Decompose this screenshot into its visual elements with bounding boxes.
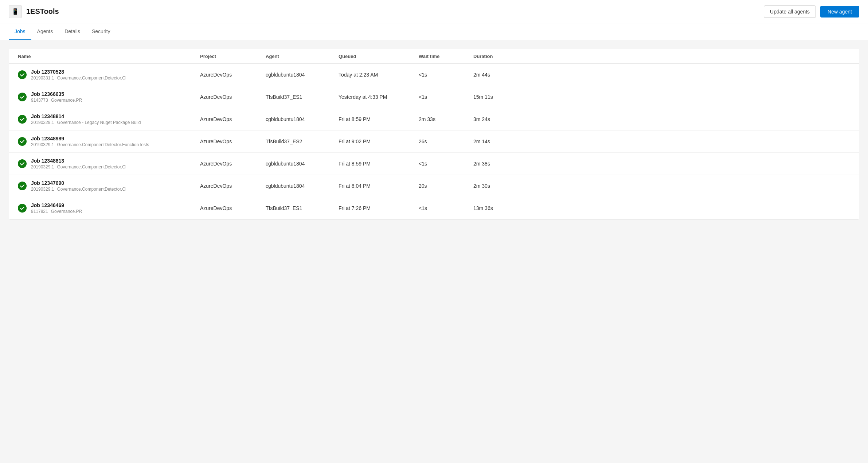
job-id: 20190329.1	[31, 120, 54, 125]
job-project: AzureDevOps	[200, 161, 266, 167]
job-duration: 2m 30s	[473, 183, 528, 189]
table-row[interactable]: Job 12370528 20190331.1 Governance.Compo…	[9, 64, 859, 86]
job-agent: cgbldubuntu1804	[266, 72, 339, 78]
nav-tabs: Jobs Agents Details Security	[0, 23, 868, 40]
job-pipeline: Governance.PR	[51, 209, 82, 214]
job-info: Job 12348989 20190329.1 Governance.Compo…	[31, 136, 149, 147]
job-duration: 3m 24s	[473, 116, 528, 122]
job-name: Job 12348814	[31, 113, 141, 119]
job-cell: Job 12348814 20190329.1 Governance - Leg…	[18, 113, 200, 125]
job-cell: Job 12347690 20190329.1 Governance.Compo…	[18, 180, 200, 192]
job-pipeline: Governance.PR	[51, 98, 82, 103]
job-agent: cgbldubuntu1804	[266, 116, 339, 122]
job-wait-time: 2m 33s	[419, 116, 473, 122]
job-name: Job 12370528	[31, 69, 126, 75]
job-id: 20190329.1	[31, 164, 54, 170]
job-project: AzureDevOps	[200, 72, 266, 78]
job-pipeline: Governance.ComponentDetector.FunctionTes…	[57, 142, 149, 147]
col-header-project: Project	[200, 54, 266, 59]
job-info: Job 12370528 20190331.1 Governance.Compo…	[31, 69, 126, 81]
job-cell: Job 12370528 20190331.1 Governance.Compo…	[18, 69, 200, 81]
col-header-name: Name	[18, 54, 200, 59]
app-header: 📱 1ESTools Update all agents New agent	[0, 0, 868, 23]
app-icon: 📱	[9, 5, 22, 18]
job-meta: 9143773 Governance.PR	[31, 98, 82, 103]
status-success-icon	[18, 115, 27, 124]
status-success-icon	[18, 159, 27, 168]
job-meta: 20190329.1 Governance.ComponentDetector.…	[31, 164, 126, 170]
table-row[interactable]: Job 12348989 20190329.1 Governance.Compo…	[9, 131, 859, 153]
job-agent: TfsBuild37_ES2	[266, 139, 339, 144]
job-pipeline: Governance.ComponentDetector.CI	[57, 75, 126, 81]
job-info: Job 12348813 20190329.1 Governance.Compo…	[31, 158, 126, 170]
tab-agents[interactable]: Agents	[31, 23, 59, 40]
job-duration: 2m 14s	[473, 139, 528, 144]
job-wait-time: 20s	[419, 183, 473, 189]
job-cell: Job 12348989 20190329.1 Governance.Compo…	[18, 136, 200, 147]
job-queued: Fri at 8:59 PM	[339, 161, 419, 167]
table-row[interactable]: Job 12348813 20190329.1 Governance.Compo…	[9, 153, 859, 175]
job-wait-time: <1s	[419, 161, 473, 167]
job-cell: Job 12366635 9143773 Governance.PR	[18, 91, 200, 103]
table-row[interactable]: Job 12366635 9143773 Governance.PR Azure…	[9, 86, 859, 108]
table-body: Job 12370528 20190331.1 Governance.Compo…	[9, 64, 859, 219]
job-agent: cgbldubuntu1804	[266, 161, 339, 167]
job-cell: Job 12346469 9117821 Governance.PR	[18, 202, 200, 214]
job-meta: 20190329.1 Governance.ComponentDetector.…	[31, 142, 149, 147]
job-cell: Job 12348813 20190329.1 Governance.Compo…	[18, 158, 200, 170]
job-id: 9143773	[31, 98, 48, 103]
job-queued: Yesterday at 4:33 PM	[339, 94, 419, 100]
header-actions: Update all agents New agent	[764, 5, 859, 18]
job-agent: cgbldubuntu1804	[266, 183, 339, 189]
job-wait-time: <1s	[419, 205, 473, 211]
job-duration: 2m 38s	[473, 161, 528, 167]
job-agent: TfsBuild37_ES1	[266, 205, 339, 211]
job-pipeline: Governance.ComponentDetector.CI	[57, 164, 126, 170]
main-content: Name Project Agent Queued Wait time Dura…	[0, 40, 868, 459]
job-info: Job 12348814 20190329.1 Governance - Leg…	[31, 113, 141, 125]
col-header-duration: Duration	[473, 54, 528, 59]
job-name: Job 12348813	[31, 158, 126, 164]
jobs-table: Name Project Agent Queued Wait time Dura…	[9, 49, 859, 219]
job-duration: 15m 11s	[473, 94, 528, 100]
job-pipeline: Governance.ComponentDetector.CI	[57, 187, 126, 192]
status-success-icon	[18, 70, 27, 79]
tab-details[interactable]: Details	[59, 23, 86, 40]
job-queued: Today at 2:23 AM	[339, 72, 419, 78]
app-title: 1ESTools	[26, 7, 59, 16]
job-meta: 20190331.1 Governance.ComponentDetector.…	[31, 75, 126, 81]
job-meta: 20190329.1 Governance - Legacy Nuget Pac…	[31, 120, 141, 125]
status-success-icon	[18, 93, 27, 101]
job-queued: Fri at 9:02 PM	[339, 139, 419, 144]
job-project: AzureDevOps	[200, 139, 266, 144]
job-queued: Fri at 8:59 PM	[339, 116, 419, 122]
job-wait-time: <1s	[419, 72, 473, 78]
job-wait-time: <1s	[419, 94, 473, 100]
job-pipeline: Governance - Legacy Nuget Package Build	[57, 120, 141, 125]
job-id: 20190329.1	[31, 142, 54, 147]
col-header-queued: Queued	[339, 54, 419, 59]
tab-security[interactable]: Security	[86, 23, 116, 40]
table-row[interactable]: Job 12348814 20190329.1 Governance - Leg…	[9, 108, 859, 131]
job-info: Job 12346469 9117821 Governance.PR	[31, 202, 82, 214]
table-header: Name Project Agent Queued Wait time Dura…	[9, 49, 859, 64]
job-id: 20190331.1	[31, 75, 54, 81]
tab-jobs[interactable]: Jobs	[9, 23, 31, 40]
new-agent-button[interactable]: New agent	[820, 6, 859, 17]
job-project: AzureDevOps	[200, 183, 266, 189]
table-row[interactable]: Job 12346469 9117821 Governance.PR Azure…	[9, 197, 859, 219]
job-duration: 13m 36s	[473, 205, 528, 211]
job-wait-time: 26s	[419, 139, 473, 144]
job-project: AzureDevOps	[200, 94, 266, 100]
job-name: Job 12348989	[31, 136, 149, 141]
job-agent: TfsBuild37_ES1	[266, 94, 339, 100]
job-info: Job 12366635 9143773 Governance.PR	[31, 91, 82, 103]
job-project: AzureDevOps	[200, 205, 266, 211]
update-all-agents-button[interactable]: Update all agents	[764, 5, 816, 18]
job-project: AzureDevOps	[200, 116, 266, 122]
job-queued: Fri at 8:04 PM	[339, 183, 419, 189]
status-success-icon	[18, 204, 27, 213]
table-row[interactable]: Job 12347690 20190329.1 Governance.Compo…	[9, 175, 859, 197]
job-info: Job 12347690 20190329.1 Governance.Compo…	[31, 180, 126, 192]
job-name: Job 12347690	[31, 180, 126, 186]
